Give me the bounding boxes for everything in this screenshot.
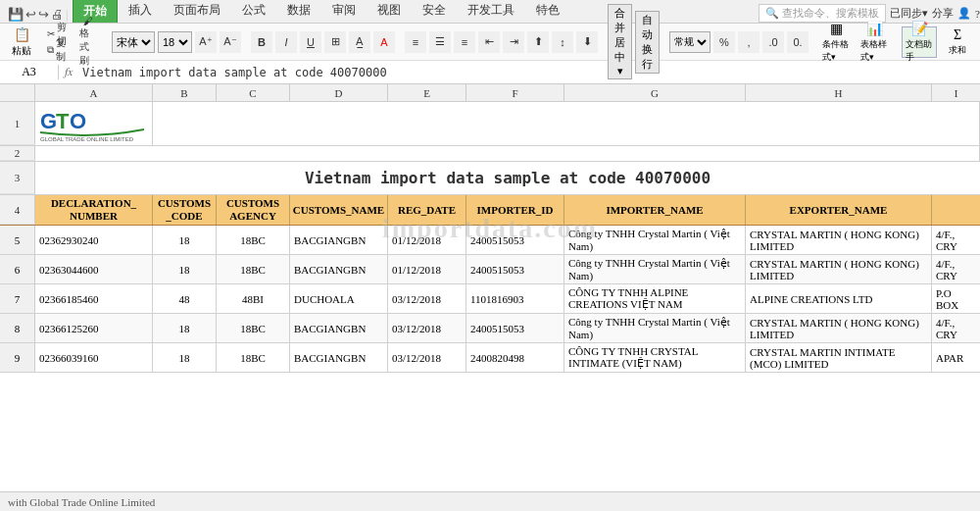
cell-importer-name[interactable]: CÔNG TY TNHH ALPINE CREATIONS VIỆT NAM: [564, 284, 746, 313]
font-grow-button[interactable]: A⁺: [195, 31, 217, 53]
cell-reference[interactable]: A3: [0, 65, 59, 79]
menu-tab-insert[interactable]: 插入: [118, 0, 163, 23]
percent-button[interactable]: %: [713, 31, 735, 53]
cell-customs-agency[interactable]: 18BC: [217, 255, 290, 283]
svg-text:O: O: [70, 109, 86, 133]
col-header-g: G: [564, 84, 746, 101]
cell-reg-date[interactable]: 01/12/2018: [388, 226, 466, 254]
align-top-button[interactable]: ⬆: [527, 31, 549, 53]
doc-assist-button[interactable]: 📝 文档助手: [902, 26, 937, 58]
cell-importer-name[interactable]: Công ty TNHH Crystal Martin ( Việt Nam): [564, 314, 746, 342]
table-format-button[interactable]: 📊 表格样式▾: [857, 26, 892, 58]
autowrap-button[interactable]: 自动换行: [635, 11, 660, 74]
table-row: 5 02362930240 18 18BC BACGIANGBN 01/12/2…: [0, 226, 980, 255]
copy-button[interactable]: ⧉ 复制: [42, 42, 72, 57]
cell-importer-name[interactable]: CÔNG TY TNHH CRYSTAL INTIMATE (VIỆT NAM): [564, 343, 746, 372]
align-right-button[interactable]: ≡: [454, 31, 475, 53]
font-size-select[interactable]: 18: [158, 31, 192, 53]
menu-tab-review[interactable]: 审阅: [321, 0, 367, 23]
menu-tab-data[interactable]: 数据: [276, 0, 321, 23]
cell-customs-code[interactable]: 18: [153, 226, 217, 254]
align-bot-button[interactable]: ⬇: [576, 31, 598, 53]
comma-button[interactable]: ,: [738, 31, 760, 53]
cell-reg-date[interactable]: 03/12/2018: [388, 284, 466, 313]
cell-importer-id[interactable]: 2400515053: [466, 255, 564, 283]
cell-extra[interactable]: P.O BOX: [932, 284, 980, 313]
menu-tab-security[interactable]: 安全: [412, 0, 457, 23]
cell-customs-code[interactable]: 48: [153, 284, 217, 313]
cell-reg-date[interactable]: 03/12/2018: [388, 314, 466, 342]
cell-extra[interactable]: 4/F., CRY: [932, 226, 980, 254]
italic-button[interactable]: I: [275, 31, 297, 53]
sum-button[interactable]: Σ 求和: [940, 26, 975, 58]
align-mid-button[interactable]: ↕: [552, 31, 573, 53]
formula-input[interactable]: Vietnam import data sample at code 40070…: [78, 66, 980, 79]
cell-declaration[interactable]: 02366185460: [35, 284, 153, 313]
cell-declaration[interactable]: 02363044600: [35, 255, 153, 283]
decimal-inc-button[interactable]: .0: [762, 31, 784, 53]
menu-tab-dev[interactable]: 开发工具: [457, 0, 525, 23]
cell-customs-code[interactable]: 18: [153, 314, 217, 342]
cell-exporter-name[interactable]: CRYSTAL MARTIN INTIMATE (MCO) LIMITED: [746, 343, 932, 372]
cell-customs-name[interactable]: BACGIANGBN: [290, 226, 388, 254]
save-icon[interactable]: 💾: [8, 7, 24, 23]
cell-declaration[interactable]: 02366039160: [35, 343, 153, 372]
cell-importer-id[interactable]: 2400820498: [466, 343, 564, 372]
cell-exporter-name[interactable]: CRYSTAL MARTIN ( HONG KONG) LIMITED: [746, 226, 932, 254]
align-center-button[interactable]: ☰: [429, 31, 451, 53]
decimal-dec-button[interactable]: 0.: [787, 31, 808, 53]
font-shrink-button[interactable]: A⁻: [220, 31, 241, 53]
format-painter-button[interactable]: 🖌 格式刷: [74, 28, 102, 56]
menu-tab-layout[interactable]: 页面布局: [163, 0, 231, 23]
bold-button[interactable]: B: [251, 31, 272, 53]
indent-dec-button[interactable]: ⇤: [478, 31, 500, 53]
menu-tab-view[interactable]: 视图: [367, 0, 412, 23]
cell-extra[interactable]: 4/F., CRY: [932, 255, 980, 283]
conditional-format-button[interactable]: ▦ 条件格式▾: [818, 26, 854, 58]
cell-reg-date[interactable]: 03/12/2018: [388, 343, 466, 372]
cell-extra[interactable]: 4/F., CRY: [932, 314, 980, 342]
cell-customs-name[interactable]: BACGIANGBN: [290, 343, 388, 372]
underline-button[interactable]: U: [300, 31, 321, 53]
cell-importer-id[interactable]: 2400515053: [466, 314, 564, 342]
font-name-select[interactable]: 宋体: [112, 31, 155, 53]
cell-declaration[interactable]: 02362930240: [35, 226, 153, 254]
cell-customs-agency[interactable]: 18BC: [217, 226, 290, 254]
cell-customs-agency[interactable]: 18BC: [217, 343, 290, 372]
cell-importer-name[interactable]: Công ty TNHH Crystal Martin ( Việt Nam): [564, 226, 746, 254]
row-3[interactable]: 3 Vietnam import data sample at code 400…: [0, 162, 980, 195]
font-color-button[interactable]: A: [373, 31, 395, 53]
cell-customs-name[interactable]: BACGIANGBN: [290, 314, 388, 342]
cell-exporter-name[interactable]: CRYSTAL MARTIN ( HONG KONG) LIMITED: [746, 255, 932, 283]
redo-icon[interactable]: ↪: [38, 7, 49, 23]
indent-inc-button[interactable]: ⇥: [503, 31, 524, 53]
cell-customs-name[interactable]: DUCHOALA: [290, 284, 388, 313]
function-icon[interactable]: 𝑓𝑥: [59, 65, 78, 79]
number-format-select[interactable]: 常规: [669, 31, 710, 53]
undo-icon[interactable]: ↩: [25, 7, 36, 23]
menu-tab-special[interactable]: 特色: [525, 0, 570, 23]
share-btn[interactable]: 分享: [932, 6, 954, 21]
cell-customs-agency[interactable]: 48BI: [217, 284, 290, 313]
format-painter-icon: 🖌: [83, 16, 93, 26]
cell-customs-agency[interactable]: 18BC: [217, 314, 290, 342]
border-button[interactable]: ⊞: [324, 31, 346, 53]
menu-tab-formula[interactable]: 公式: [231, 0, 276, 23]
cell-importer-id[interactable]: 1101816903: [466, 284, 564, 313]
align-left-button[interactable]: ≡: [405, 31, 426, 53]
cell-extra[interactable]: APAR: [932, 343, 980, 372]
cell-importer-name[interactable]: Công ty TNHH Crystal Martin ( Việt Nam): [564, 255, 746, 283]
fill-color-button[interactable]: A̲: [349, 31, 370, 53]
cell-customs-name[interactable]: BACGIANGBN: [290, 255, 388, 283]
paste-button[interactable]: 📋 粘贴: [4, 26, 39, 58]
sync-btn[interactable]: 已同步▾: [890, 6, 928, 21]
cell-exporter-name[interactable]: ALPINE CREATIONS LTD: [746, 284, 932, 313]
cell-importer-id[interactable]: 2400515053: [466, 226, 564, 254]
cell-exporter-name[interactable]: CRYSTAL MARTIN ( HONG KONG) LIMITED: [746, 314, 932, 342]
cell-customs-code[interactable]: 18: [153, 255, 217, 283]
cell-reg-date[interactable]: 01/12/2018: [388, 255, 466, 283]
menu-tab-start[interactable]: 开始: [73, 0, 118, 23]
cell-declaration[interactable]: 02366125260: [35, 314, 153, 342]
header-exporter-name: EXPORTER_NAME: [746, 195, 932, 225]
cell-customs-code[interactable]: 18: [153, 343, 217, 372]
